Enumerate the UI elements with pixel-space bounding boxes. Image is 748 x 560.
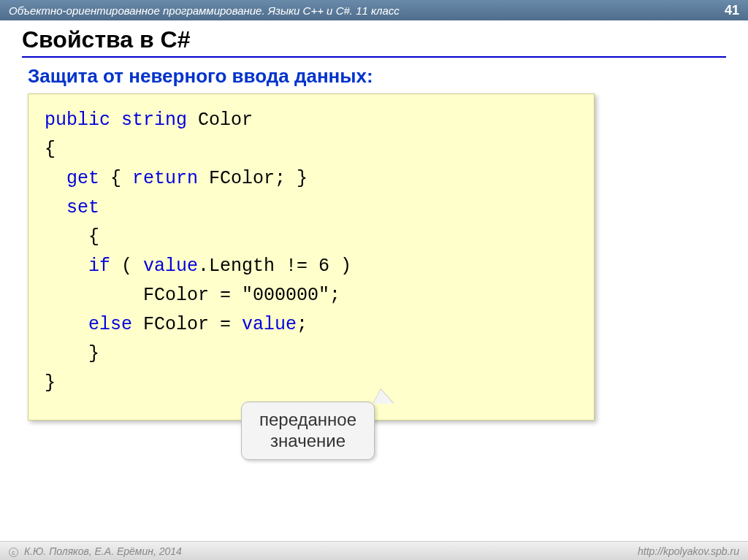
code-text: FColor = "000000"; xyxy=(45,285,340,306)
callout-line2: значение xyxy=(259,431,356,452)
code-text: } xyxy=(45,343,99,364)
code-text: { xyxy=(45,226,99,248)
footer-url: http://kpolyakov.spb.ru xyxy=(638,545,739,557)
slide-title: Свойства в C# xyxy=(22,26,726,53)
code-text: get xyxy=(66,168,99,189)
code-text: value xyxy=(143,256,198,277)
title-underline xyxy=(22,56,726,58)
code-text: ( xyxy=(110,256,143,277)
footer-bar: c К.Ю. Поляков, Е.А. Ерёмин, 2014 http:/… xyxy=(0,541,748,560)
page-number: 41 xyxy=(725,3,739,18)
callout-line1: переданное xyxy=(259,410,356,431)
footer-copyright: К.Ю. Поляков, Е.А. Ерёмин, 2014 xyxy=(24,545,182,557)
code-text: ; xyxy=(297,314,308,335)
code-text: return xyxy=(132,168,198,189)
code-box: public string Color { get { return FColo… xyxy=(28,93,595,421)
callout-wrapper: переданное значение xyxy=(241,402,375,460)
footer-left: c К.Ю. Поляков, Е.А. Ерёмин, 2014 xyxy=(9,545,638,557)
code-text: .Length != 6 ) xyxy=(198,256,351,277)
copyright-icon: c xyxy=(9,548,18,557)
code-text: } xyxy=(45,372,56,394)
code-text: { xyxy=(45,139,56,160)
code-text: { xyxy=(99,168,132,189)
code-text: FColor; } xyxy=(198,168,308,189)
code-text: FColor = xyxy=(132,314,242,335)
main-content: Свойства в C# Защита от неверного ввода … xyxy=(0,20,748,421)
code-text: Color xyxy=(187,110,253,131)
header-title: Объектно-ориентированное программировани… xyxy=(9,4,725,17)
code-text: value xyxy=(242,314,297,335)
code-text: else xyxy=(88,314,132,335)
header-bar: Объектно-ориентированное программировани… xyxy=(0,0,748,20)
code-text: set xyxy=(66,197,99,218)
code-text: public xyxy=(45,110,110,131)
code-text: string xyxy=(121,110,187,131)
slide-subtitle: Защита от неверного ввода данных: xyxy=(22,65,726,88)
code-text: if xyxy=(88,256,110,277)
callout-tail-icon xyxy=(373,389,394,404)
callout: переданное значение xyxy=(241,402,375,460)
